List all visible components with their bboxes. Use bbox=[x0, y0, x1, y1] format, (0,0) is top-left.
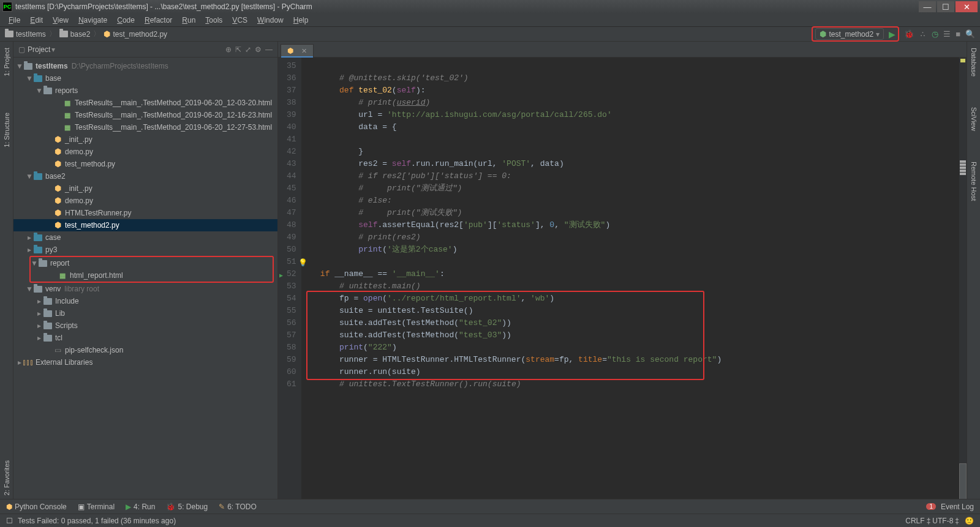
database-tool-button[interactable]: Database bbox=[970, 48, 978, 77]
editor-scrollbar[interactable] bbox=[959, 58, 967, 500]
tree-file-report-html[interactable]: ▦TestResults__main_.TestMethod_2019-06-2… bbox=[13, 121, 277, 133]
tree-file-report-html[interactable]: ▦TestResults__main_.TestMethod_2019-06-2… bbox=[13, 97, 277, 109]
tree-folder-lib[interactable]: ▸Lib bbox=[13, 307, 277, 320]
stop-button[interactable]: ■ bbox=[956, 29, 960, 39]
project-panel-title[interactable]: Project bbox=[28, 45, 50, 54]
breadcrumb-file[interactable]: ⬢test_method2.py bbox=[104, 29, 167, 39]
sciview-tool-button[interactable]: SciView bbox=[970, 107, 978, 131]
code-editor[interactable]: 3536373839404142434445464748495051💡▶5253… bbox=[278, 58, 967, 500]
menu-edit[interactable]: Edit bbox=[25, 14, 48, 26]
editor-code[interactable]: # @unittest.skip('test_02') def test_02(… bbox=[301, 58, 722, 500]
pycharm-icon: PC bbox=[2, 2, 12, 12]
tree-file-init2[interactable]: ⬢_init_.py bbox=[13, 182, 277, 195]
todo-icon: ✎ bbox=[219, 503, 225, 511]
minimize-button[interactable]: — bbox=[919, 1, 936, 12]
search-everywhere-icon[interactable]: 🔍 bbox=[965, 29, 975, 39]
project-tree[interactable]: ▼testItemsD:\PycharmProjects\testItems ▼… bbox=[13, 58, 277, 514]
status-tool-icon[interactable]: ☐ bbox=[6, 517, 13, 525]
inspections-icon[interactable]: 🙂 bbox=[965, 517, 974, 525]
tree-folder-case[interactable]: ▸case bbox=[13, 231, 277, 244]
menu-view[interactable]: View bbox=[48, 14, 74, 26]
scroll-from-source-icon[interactable]: ⊕ bbox=[225, 45, 232, 54]
python-console-button[interactable]: ⬢Python Console bbox=[6, 503, 67, 511]
breadcrumb-root[interactable]: testItems bbox=[5, 30, 46, 39]
structure-tool-button[interactable]: 1: Structure bbox=[3, 113, 10, 148]
close-button[interactable]: ✕ bbox=[956, 1, 978, 12]
tree-folder-reports[interactable]: ▼reports bbox=[13, 84, 277, 97]
run-tool-button[interactable]: ▶4: Run bbox=[126, 503, 155, 511]
profile-button[interactable]: ◷ bbox=[932, 29, 938, 39]
remotehost-tool-button[interactable]: Remote Host bbox=[970, 162, 978, 201]
run-config-highlight: ⬢ test_method2 ▾ ▶ bbox=[812, 26, 899, 42]
tree-file-htmltestrunner[interactable]: ⬢HTMLTestRunner.py bbox=[13, 207, 277, 219]
tree-file-demo[interactable]: ⬢demo.py bbox=[13, 146, 277, 158]
settings-icon[interactable]: ⚙ bbox=[255, 45, 262, 54]
tree-folder-include[interactable]: ▸Include bbox=[13, 295, 277, 307]
menu-vcs[interactable]: VCS bbox=[227, 14, 252, 26]
editor-area: ⬢ ✕ 3536373839404142434445464748495051💡▶… bbox=[278, 42, 967, 514]
tree-file-demo2[interactable]: ⬢demo.py bbox=[13, 195, 277, 207]
concurrency-button[interactable]: ☰ bbox=[943, 29, 951, 39]
right-tool-rail: Database SciView Remote Host bbox=[967, 42, 980, 514]
close-tab-icon[interactable]: ✕ bbox=[301, 47, 307, 55]
debug-tool-button[interactable]: 🐞5: Debug bbox=[166, 503, 208, 511]
favorites-tool-button[interactable]: 2: Favorites bbox=[3, 460, 10, 495]
menu-window[interactable]: Window bbox=[252, 14, 288, 26]
tree-file-init[interactable]: ⬢_init_.py bbox=[13, 133, 277, 146]
breadcrumb-folder[interactable]: base2 bbox=[59, 30, 91, 39]
maximize-button[interactable]: ☐ bbox=[937, 1, 954, 12]
left-tool-rail: 1: Project 1: Structure 2: Favorites bbox=[0, 42, 13, 514]
python-icon: ⬢ bbox=[820, 29, 826, 39]
terminal-icon: ▣ bbox=[78, 503, 85, 511]
menu-help[interactable]: Help bbox=[288, 14, 314, 26]
event-log-button[interactable]: 1Event Log bbox=[926, 503, 974, 511]
collapse-all-icon[interactable]: ⇱ bbox=[235, 45, 241, 54]
tree-folder-py3[interactable]: ▸py3 bbox=[13, 244, 277, 256]
navigation-bar: testItems 〉 base2 〉 ⬢test_method2.py ⬢ t… bbox=[0, 27, 980, 42]
project-panel-header: ▢ Project ▾ ⊕ ⇱ ⤢ ⚙ — bbox=[13, 42, 277, 58]
menu-tools[interactable]: Tools bbox=[200, 14, 227, 26]
menu-refactor[interactable]: Refactor bbox=[140, 14, 177, 26]
tree-external-libraries[interactable]: ▸⫿⫿⫿External Libraries bbox=[13, 356, 277, 368]
tree-folder-venv[interactable]: ▼venvlibrary root bbox=[13, 283, 277, 295]
tree-file-pipselfcheck[interactable]: ▭pip-selfcheck.json bbox=[13, 344, 277, 356]
tree-file-testmethod[interactable]: ⬢test_method.py bbox=[13, 158, 277, 170]
line-separator-indicator[interactable]: CRLF bbox=[905, 517, 924, 525]
terminal-button[interactable]: ▣Terminal bbox=[78, 503, 115, 511]
tree-folder-base2[interactable]: ▼base2 bbox=[13, 170, 277, 182]
project-tool-button[interactable]: 1: Project bbox=[3, 48, 10, 76]
run-config-selector[interactable]: ⬢ test_method2 ▾ bbox=[815, 28, 884, 40]
hide-panel-icon[interactable]: — bbox=[265, 45, 273, 54]
editor-tab-testmethod2[interactable]: ⬢ ✕ bbox=[281, 44, 314, 57]
tree-folder-report[interactable]: ▼report bbox=[31, 257, 273, 269]
menu-file[interactable]: File bbox=[4, 14, 25, 26]
folder-icon bbox=[59, 31, 68, 37]
menu-code[interactable]: Code bbox=[112, 14, 140, 26]
python-icon: ⬢ bbox=[6, 503, 12, 511]
bottom-tool-tabs: ⬢Python Console ▣Terminal ▶4: Run 🐞5: De… bbox=[0, 499, 980, 514]
bug-icon: 🐞 bbox=[166, 503, 175, 511]
status-message: Tests Failed: 0 passed, 1 failed (36 min… bbox=[18, 517, 176, 525]
tree-folder-tcl[interactable]: ▸tcl bbox=[13, 332, 277, 344]
editor-gutter[interactable]: 3536373839404142434445464748495051💡▶5253… bbox=[278, 58, 301, 500]
chevron-down-icon: ▾ bbox=[876, 30, 880, 39]
menu-run[interactable]: Run bbox=[177, 14, 200, 26]
menu-navigate[interactable]: Navigate bbox=[74, 14, 112, 26]
tree-file-htmlreport[interactable]: ▦html_report.html bbox=[31, 269, 273, 282]
tree-root[interactable]: ▼testItemsD:\PycharmProjects\testItems bbox=[13, 60, 277, 72]
tree-file-testmethod2[interactable]: ⬢test_method2.py bbox=[13, 219, 277, 231]
project-panel: ▢ Project ▾ ⊕ ⇱ ⤢ ⚙ — ▼testItemsD:\Pycha… bbox=[13, 42, 278, 514]
chevron-down-icon[interactable]: ▾ bbox=[51, 45, 55, 54]
tree-file-report-html[interactable]: ▦TestResults__main_.TestMethod_2019-06-2… bbox=[13, 109, 277, 121]
coverage-button[interactable]: ⛬ bbox=[919, 29, 927, 39]
tree-folder-base[interactable]: ▼base bbox=[13, 72, 277, 84]
expand-all-icon[interactable]: ⤢ bbox=[245, 45, 251, 54]
run-button[interactable]: ▶ bbox=[889, 29, 895, 39]
project-icon: ▢ bbox=[18, 45, 25, 54]
todo-tool-button[interactable]: ✎6: TODO bbox=[219, 503, 257, 511]
encoding-indicator[interactable]: UTF-8 bbox=[932, 517, 953, 525]
debug-button[interactable]: 🐞 bbox=[904, 29, 914, 39]
editor-tabs: ⬢ ✕ bbox=[278, 42, 967, 58]
tree-folder-scripts[interactable]: ▸Scripts bbox=[13, 320, 277, 332]
python-icon: ⬢ bbox=[104, 29, 110, 39]
